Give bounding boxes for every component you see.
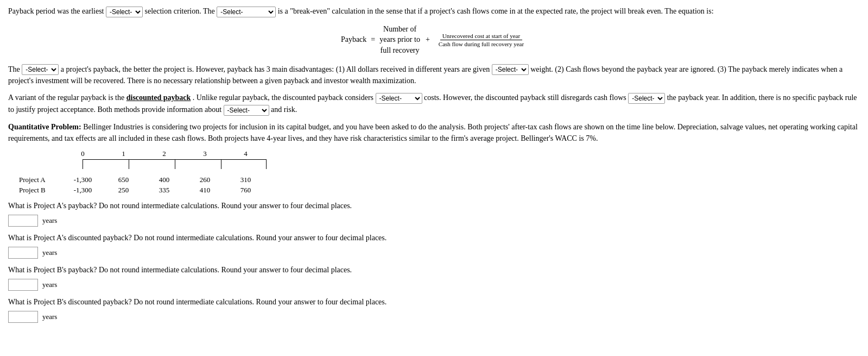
- timeline-hline: [83, 159, 266, 160]
- intro-text1: Payback period was the earliest: [8, 7, 104, 15]
- answer-input-1[interactable]: [8, 215, 38, 227]
- project-b-val-3: 410: [185, 186, 225, 195]
- years-label-3: years: [42, 280, 57, 289]
- paragraph-3: A variant of the regular payback is the …: [8, 92, 860, 116]
- answer-row-2: years: [8, 247, 860, 259]
- period-1: 1: [103, 149, 144, 158]
- para2-text-mid1: a project's payback, the better the proj…: [61, 65, 490, 73]
- tick-3: [221, 159, 221, 169]
- project-a-val-0: -1,300: [62, 176, 103, 184]
- fraction-denominator: Cash flow during full recovery year: [436, 40, 526, 47]
- paragraph-2: The -Select- Lower Higher Shorter Longer…: [8, 64, 860, 87]
- answer-input-3[interactable]: [8, 279, 38, 291]
- equals-sign: =: [371, 35, 375, 44]
- answer-row-3: years: [8, 279, 860, 291]
- question-4-text: What is Project B's discounted payback? …: [8, 296, 860, 308]
- q4-label: What is Project B's discounted payback? …: [8, 298, 387, 306]
- project-a-val-1: 650: [103, 176, 144, 184]
- para3-text1: A variant of the regular payback is the: [8, 93, 124, 102]
- paragraph-4: Quantitative Problem: Bellinger Industri…: [8, 121, 860, 144]
- answer-input-4[interactable]: [8, 311, 38, 323]
- fraction-numerator: Unrecovered cost at start of year: [440, 33, 522, 40]
- select-1[interactable]: -Select- Higher Lower Oldest Newest: [106, 7, 143, 17]
- q3-label: What is Project B's payback? Do not roun…: [8, 266, 352, 274]
- quantitative-label: Quantitative Problem:: [8, 123, 81, 131]
- years-label-4: years: [42, 313, 57, 321]
- discounted-payback-term: discounted payback: [126, 93, 191, 102]
- answer-row-4: years: [8, 311, 860, 323]
- intro-text2: selection criterion. The: [145, 7, 215, 15]
- para3-text2: . Unlike regular payback, the discounted…: [193, 93, 373, 102]
- intro-text3: is a "break-even" calculation in the sen…: [278, 7, 714, 15]
- question-3-text: What is Project B's payback? Do not roun…: [8, 264, 860, 276]
- project-a-val-2: 400: [144, 176, 185, 184]
- project-b-label: Project B: [19, 186, 62, 195]
- select-5[interactable]: -Select- financing opportunity sunk capi…: [376, 93, 422, 104]
- answer-input-2[interactable]: [8, 247, 38, 259]
- payback-label: Payback: [341, 35, 366, 44]
- timeline-section: 0 1 2 3 4 Project A -1,300 650 400 260 3…: [19, 149, 860, 195]
- para2-text-pre: The: [8, 65, 20, 73]
- years-label-1: years: [42, 216, 57, 225]
- project-b-val-0: -1,300: [62, 186, 103, 195]
- fraction: Unrecovered cost at start of year Cash f…: [436, 33, 526, 47]
- project-a-val-4: 310: [225, 176, 266, 184]
- select-7[interactable]: -Select- liquidity profitability timing: [224, 105, 269, 116]
- select-3[interactable]: -Select- Lower Higher Shorter Longer: [22, 64, 59, 75]
- years-text: Number ofyears prior tofull recovery: [379, 24, 420, 56]
- q1-label: What is Project A's payback? Do not roun…: [8, 202, 352, 210]
- project-a-row: Project A -1,300 650 400 260 310: [19, 176, 860, 184]
- project-a-label: Project A: [19, 176, 62, 184]
- select-4[interactable]: -Select- equal zero higher lower: [492, 64, 529, 75]
- tick-4: [266, 159, 267, 169]
- question-section: What is Project A's payback? Do not roun…: [8, 200, 860, 323]
- years-label-2: years: [42, 248, 57, 257]
- timeline-graphic: [62, 159, 266, 176]
- timeline-numbers: 0 1 2 3 4: [62, 149, 860, 158]
- project-b-val-1: 250: [103, 186, 144, 195]
- plus-sign: +: [426, 35, 430, 44]
- period-4: 4: [225, 149, 266, 158]
- period-0: 0: [62, 149, 103, 158]
- equation-block: Payback = Number ofyears prior tofull re…: [8, 24, 860, 56]
- select-2[interactable]: -Select- Payback period NPV IRR: [217, 7, 276, 17]
- period-2: 2: [144, 149, 185, 158]
- tick-1: [129, 159, 129, 169]
- q2-label: What is Project A's discounted payback? …: [8, 234, 387, 242]
- period-3: 3: [185, 149, 225, 158]
- project-a-val-3: 260: [185, 176, 225, 184]
- project-b-val-4: 760: [225, 186, 266, 195]
- para3-text3: costs. However, the discounted payback s…: [424, 93, 626, 102]
- question-1-text: What is Project A's payback? Do not roun…: [8, 200, 860, 211]
- select-6[interactable]: -Select- beyond before after during: [628, 93, 665, 104]
- para3-text5: and risk.: [271, 105, 297, 114]
- para4-text: Bellinger Industries is considering two …: [8, 123, 858, 142]
- paragraph-1: Payback period was the earliest -Select-…: [8, 5, 860, 17]
- answer-row-1: years: [8, 215, 860, 227]
- project-b-row: Project B -1,300 250 335 410 760: [19, 186, 860, 195]
- tick-0: [83, 159, 83, 169]
- tick-2: [175, 159, 175, 169]
- question-2-text: What is Project A's discounted payback? …: [8, 232, 860, 243]
- project-b-val-2: 335: [144, 186, 185, 195]
